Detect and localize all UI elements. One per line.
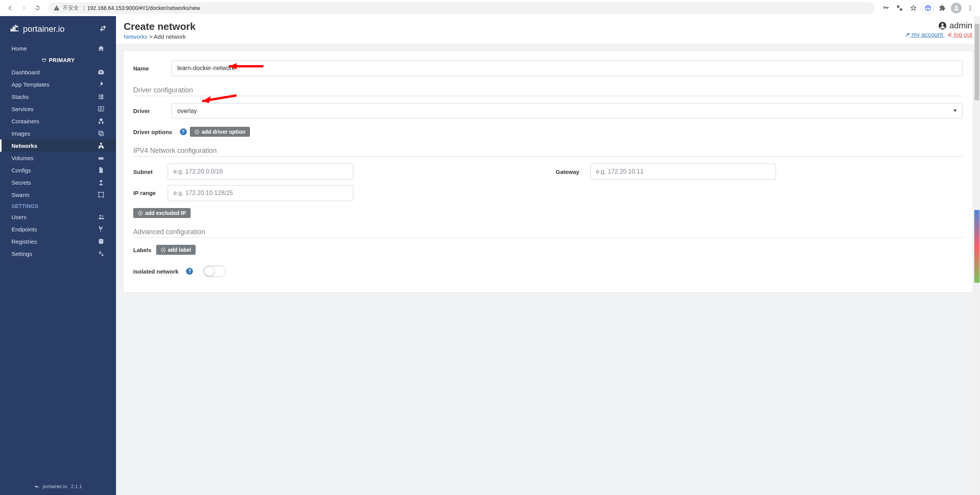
forward-button	[18, 2, 30, 14]
driver-options-help[interactable]: ?	[180, 128, 187, 135]
translate-icon	[896, 5, 903, 11]
svg-rect-12	[99, 192, 103, 197]
logout-icon	[947, 32, 952, 38]
subnet-input[interactable]	[168, 164, 353, 180]
sidebar-item-endpoints[interactable]: Endpoints	[0, 223, 116, 235]
plus-circle-icon	[194, 129, 199, 134]
driver-label: Driver	[133, 108, 172, 114]
add-driver-option-button[interactable]: add driver option	[190, 127, 250, 137]
avatar-icon	[951, 3, 962, 13]
address-bar[interactable]: 不安全 | 192.168.64.153:9000/#!/1/docker/ne…	[48, 2, 875, 14]
svg-point-21	[102, 254, 103, 256]
sidebar-item-services[interactable]: Services	[0, 103, 116, 115]
kebab-icon	[967, 5, 973, 11]
object-group-icon	[98, 191, 105, 198]
sidebar-item-home[interactable]: Home	[0, 42, 116, 54]
svg-rect-15	[98, 197, 100, 198]
isolated-help[interactable]: ?	[186, 268, 193, 275]
svg-point-17	[100, 215, 101, 217]
iprange-label: IP range	[133, 190, 168, 197]
svg-rect-14	[103, 192, 104, 193]
page-header: Create network Networks > Add network ad…	[116, 16, 980, 44]
portainer-icon	[9, 24, 20, 34]
name-label: Name	[133, 65, 172, 72]
extension-button[interactable]	[922, 2, 934, 14]
url-text: 192.168.64.153:9000/#!/1/docker/networks…	[87, 5, 200, 11]
scrollbar-thumb[interactable]	[975, 24, 979, 100]
svg-point-2	[970, 10, 971, 11]
sidebar-item-networks[interactable]: Networks	[0, 139, 116, 152]
back-button[interactable]	[4, 2, 16, 14]
sidebar-item-images[interactable]: Images	[0, 127, 116, 139]
password-key-button[interactable]	[880, 2, 892, 14]
svg-point-20	[100, 252, 101, 254]
svg-rect-8	[100, 132, 103, 136]
my-account-link[interactable]: my account	[905, 31, 945, 38]
gateway-input[interactable]	[590, 164, 776, 180]
security-label: 不安全	[63, 5, 79, 11]
sidebar-item-containers[interactable]: Containers	[0, 115, 116, 127]
sidebar-settings-header: SETTINGS	[0, 201, 116, 211]
swap-icon	[99, 25, 107, 32]
breadcrumb: Networks > Add network	[124, 33, 196, 40]
svg-point-19	[99, 239, 103, 241]
cubes-icon	[98, 118, 105, 125]
logout-link[interactable]: log out	[947, 31, 972, 38]
sidebar-item-configs[interactable]: Configs	[0, 164, 116, 176]
chrome-menu-button[interactable]	[964, 2, 976, 14]
profile-button[interactable]	[950, 2, 962, 14]
file-icon	[98, 167, 105, 174]
hdd-icon	[98, 154, 105, 161]
plug-icon	[98, 226, 105, 233]
secret-icon	[98, 179, 105, 186]
sidebar-collapse-button[interactable]	[99, 25, 107, 34]
reload-button[interactable]	[31, 2, 44, 14]
warning-icon	[54, 5, 60, 11]
svg-point-1	[970, 8, 971, 9]
main-content: Create network Networks > Add network ad…	[116, 16, 980, 495]
driver-select[interactable]: overlay	[172, 103, 963, 118]
clone-icon	[98, 130, 105, 137]
sidebar-logo-row: portainer.io	[0, 16, 116, 42]
sitemap-icon	[98, 142, 105, 149]
header-user: admin	[902, 21, 972, 31]
sidebar-item-settings[interactable]: Settings	[0, 248, 116, 260]
svg-point-0	[970, 5, 971, 7]
page-scrollbar[interactable]	[974, 16, 980, 495]
isolated-label: Isolated network	[133, 268, 178, 275]
key-icon	[882, 5, 889, 11]
add-excluded-ip-button[interactable]: add excluded IP	[133, 208, 191, 218]
svg-point-25	[941, 23, 944, 26]
sidebar-item-stacks[interactable]: Stacks	[0, 90, 116, 103]
sidebar-item-dashboard[interactable]: Dashboard	[0, 66, 116, 78]
iprange-input[interactable]	[168, 185, 353, 201]
sidebar-item-swarm[interactable]: Swarm	[0, 188, 116, 201]
driver-options-label: Driver options	[133, 129, 172, 135]
sidebar-item-app-templates[interactable]: App Templates	[0, 78, 116, 90]
plus-circle-icon	[138, 211, 143, 216]
sidebar-item-secrets[interactable]: Secrets	[0, 176, 116, 188]
sidebar: portainer.io Home PRIMARY Dashboard App …	[0, 16, 116, 495]
ipv4-section-title: IPV4 Network configuration	[133, 147, 963, 157]
wrench-icon	[905, 32, 910, 38]
extensions-menu-button[interactable]	[936, 2, 949, 14]
name-input[interactable]	[172, 60, 963, 76]
form-panel: Name Driver configuration Driver overlay…	[123, 51, 973, 293]
scrollbar-marks	[974, 210, 980, 283]
isolated-toggle[interactable]	[203, 266, 226, 277]
star-icon	[910, 5, 917, 11]
sidebar-item-users[interactable]: Users	[0, 211, 116, 223]
reload-icon	[34, 5, 41, 11]
portainer-logo[interactable]: portainer.io	[9, 24, 65, 34]
sidebar-item-registries[interactable]: Registries	[0, 235, 116, 248]
add-label-button[interactable]: add label	[156, 245, 196, 255]
tachometer-icon	[98, 69, 105, 75]
browser-toolbar: 不安全 | 192.168.64.153:9000/#!/1/docker/ne…	[0, 0, 980, 16]
bookmark-button[interactable]	[907, 2, 920, 14]
translate-button[interactable]	[893, 2, 906, 14]
breadcrumb-networks-link[interactable]: Networks	[124, 33, 148, 40]
svg-rect-16	[103, 197, 104, 198]
arrow-right-icon	[20, 5, 27, 11]
database-icon	[98, 238, 105, 245]
sidebar-item-volumes[interactable]: Volumes	[0, 152, 116, 164]
